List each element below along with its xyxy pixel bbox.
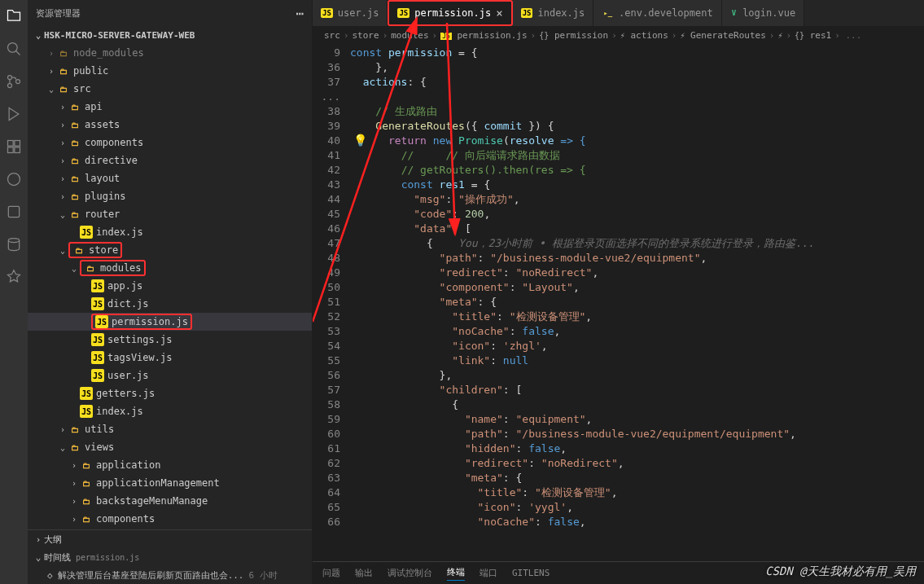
svg-rect-7 [15, 147, 20, 153]
breadcrumb-item[interactable]: ⚡ GenerateRoutes [680, 30, 765, 41]
terminal-tab[interactable]: 问题 [322, 567, 340, 579]
editor-main: JSuser.jsJSpermission.js×JSindex.js▸_.en… [313, 0, 924, 584]
tree-file[interactable]: JSgetters.js [28, 384, 312, 402]
editor[interactable]: 93637...38394041424344454647484950515253… [313, 44, 924, 561]
extensions-icon[interactable] [4, 137, 24, 156]
svg-rect-4 [8, 141, 14, 147]
editor-tab[interactable]: JSuser.js [313, 0, 388, 26]
editor-tab[interactable]: Vlogin.vue [722, 0, 804, 26]
tree-folder[interactable]: ›🗀components [28, 134, 312, 151]
code-area[interactable]: const permission = { }, actions: { // 生成… [350, 44, 924, 561]
outline-section[interactable]: ›大纲 [28, 530, 312, 548]
tree-folder[interactable]: ›🗀applicationManagement [28, 474, 312, 492]
terminal-tabs: 问题输出调试控制台终端端口GITLENS [313, 561, 924, 584]
tree-file[interactable]: JSpermission.js [28, 313, 312, 331]
tree-folder[interactable]: ⌄🗀store [28, 241, 312, 259]
close-icon: × [496, 7, 502, 20]
scm-icon[interactable] [4, 72, 24, 91]
sidebar: 资源管理器 ⋯ ⌄ HSK-MICRO-SERVER-GATEWAY-WEB ›… [28, 0, 313, 584]
tree-folder[interactable]: ›🗀layout [28, 169, 312, 187]
svg-point-3 [16, 80, 20, 84]
svg-rect-6 [8, 147, 14, 153]
search-icon[interactable] [4, 39, 24, 59]
svg-point-10 [8, 239, 19, 243]
folder-root[interactable]: ⌄ HSK-MICRO-SERVER-GATEWAY-WEB [28, 26, 312, 44]
breadcrumb-item[interactable]: ⚡ [777, 30, 782, 41]
tree-folder[interactable]: ⌄🗀modules [28, 259, 312, 277]
test-icon[interactable] [4, 202, 24, 222]
breadcrumb-item[interactable]: store [353, 30, 379, 41]
tree-file[interactable]: JSdict.js [28, 295, 312, 313]
tree-folder[interactable]: ⌄🗀src [28, 80, 312, 98]
terminal-tab[interactable]: 端口 [480, 567, 497, 579]
tree-folder[interactable]: ›🗀utils [28, 420, 312, 438]
breadcrumb-item[interactable]: modules [391, 30, 428, 41]
tree-folder[interactable]: ›🗀directive [28, 151, 312, 169]
tree-folder[interactable]: ›🗀assets [28, 116, 312, 134]
chevron-down-icon: ⌄ [33, 30, 44, 41]
editor-tab[interactable]: JSindex.js [513, 0, 594, 26]
tree-folder[interactable]: ›🗀components [28, 510, 312, 528]
tree-folder[interactable]: ⌄🗀router [28, 205, 312, 223]
terminal-tab[interactable]: 调试控制台 [388, 567, 432, 579]
remote-icon[interactable] [4, 169, 24, 189]
tree-folder[interactable]: ⌄🗀views [28, 438, 312, 456]
tree-file[interactable]: JSsettings.js [28, 331, 312, 349]
explorer-icon[interactable] [4, 7, 24, 26]
tree-file[interactable]: JSuser.js [28, 367, 312, 384]
editor-tab[interactable]: JSpermission.js× [388, 0, 512, 26]
terminal-tab[interactable]: GITLENS [512, 568, 550, 578]
tree-file[interactable]: JStagsView.js [28, 349, 312, 367]
timeline-label: 解决管理后台基座登陆后刷新页面路由也会... [58, 569, 244, 582]
terminal-tab[interactable]: 终端 [447, 566, 465, 581]
tree-folder[interactable]: ›🗀api [28, 98, 312, 116]
terminal-tab[interactable]: 输出 [355, 567, 373, 579]
breadcrumbs[interactable]: src›store›modules›JS permission.js›{} pe… [313, 26, 924, 44]
svg-point-8 [8, 173, 20, 186]
activity-bar [0, 0, 28, 584]
tree-folder[interactable]: ›🗀application [28, 456, 312, 474]
breadcrumb-item[interactable]: ⚡ actions [620, 30, 668, 41]
plugin-icon[interactable] [4, 267, 24, 287]
root-label: HSK-MICRO-SERVER-GATEWAY-WEB [44, 30, 195, 41]
breadcrumb-item[interactable]: {} permission [539, 30, 608, 41]
timeline-item[interactable]: ◇ 解决管理后台基座登陆后刷新页面路由也会... 6 小时 [28, 566, 312, 584]
file-tree: ›🗀node_modules›🗀public⌄🗀src›🗀api›🗀assets… [28, 44, 312, 529]
commit-icon: ◇ [47, 570, 53, 581]
tree-folder[interactable]: ›🗀backstageMenuManage [28, 492, 312, 510]
breadcrumb-item[interactable]: src [324, 30, 340, 41]
tree-file[interactable]: JSindex.js [28, 402, 312, 420]
sidebar-more-icon[interactable]: ⋯ [296, 6, 304, 21]
tree-folder[interactable]: ›🗀public [28, 62, 312, 80]
timeline-time: 6 小时 [249, 569, 278, 582]
sidebar-bottom: ›大纲 ⌄时间线permission.js ◇ 解决管理后台基座登陆后刷新页面路… [28, 529, 312, 584]
sidebar-title: 资源管理器 [36, 7, 296, 20]
tree-file[interactable]: JSindex.js [28, 223, 312, 241]
svg-point-2 [8, 84, 12, 88]
breadcrumb-item[interactable]: JS permission.js [440, 30, 527, 41]
svg-point-1 [8, 76, 12, 80]
svg-point-0 [8, 43, 18, 53]
debug-icon[interactable] [4, 104, 24, 124]
editor-tabs: JSuser.jsJSpermission.js×JSindex.js▸_.en… [313, 0, 924, 26]
tree-folder[interactable]: ›🗀node_modules [28, 44, 312, 62]
breadcrumb-item[interactable]: {} res1 [795, 30, 831, 41]
db-icon[interactable] [4, 235, 24, 254]
line-gutter: 93637...38394041424344454647484950515253… [313, 44, 350, 561]
timeline-section[interactable]: ⌄时间线permission.js [28, 548, 312, 566]
svg-rect-9 [8, 206, 19, 217]
tree-file[interactable]: JSapp.js [28, 277, 312, 295]
tree-folder[interactable]: ›🗀plugins [28, 187, 312, 205]
svg-rect-5 [15, 141, 20, 147]
sidebar-header: 资源管理器 ⋯ [28, 0, 312, 26]
editor-tab[interactable]: ▸_.env.development [593, 0, 721, 26]
